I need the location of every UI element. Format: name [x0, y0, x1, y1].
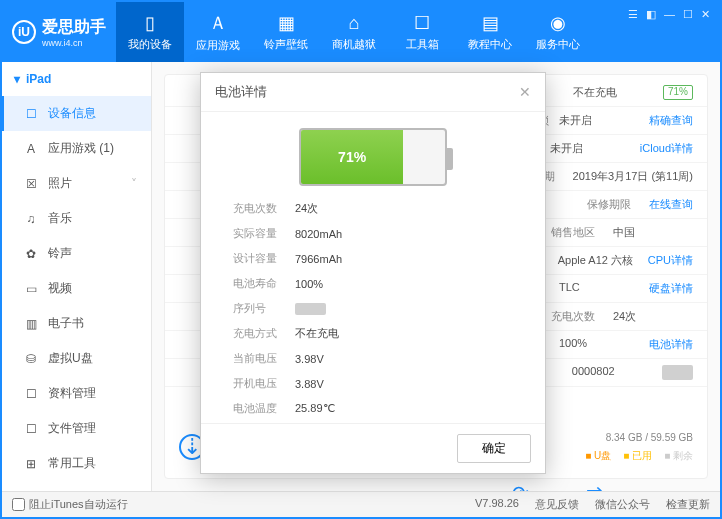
chevron-icon: ˅: [131, 177, 137, 191]
nav-ringtones[interactable]: ▦铃声壁纸: [252, 2, 320, 62]
nav-my-device[interactable]: ▯我的设备: [116, 2, 184, 62]
modal-close-button[interactable]: ✕: [519, 84, 531, 100]
table-row: 开机电压3.88V: [229, 371, 527, 396]
sidebar-item-ringtones[interactable]: ✿铃声: [2, 236, 151, 271]
table-row: 实际容量8020mAh: [229, 221, 527, 246]
table-row: 充电次数24次: [229, 196, 527, 221]
sidebar-item-files[interactable]: ☐文件管理: [2, 411, 151, 446]
link-feedback[interactable]: 意见反馈: [535, 497, 579, 512]
link-disk[interactable]: 硬盘详情: [649, 281, 693, 296]
link-wechat[interactable]: 微信公众号: [595, 497, 650, 512]
top-nav: ▯我的设备 Ａ应用游戏 ▦铃声壁纸 ⌂商机越狱 ☐工具箱 ▤教程中心 ◉服务中心: [116, 2, 628, 62]
app-logo: iU 爱思助手 www.i4.cn: [2, 17, 116, 48]
book-icon: ▥: [24, 317, 38, 331]
sidebar-item-data[interactable]: ☐资料管理: [2, 376, 151, 411]
maximize-icon[interactable]: ☐: [683, 8, 693, 21]
sidebar-item-photos[interactable]: ☒照片˅: [2, 166, 151, 201]
refresh-icon: ⟳: [512, 481, 529, 491]
app-header: iU 爱思助手 www.i4.cn ▯我的设备 Ａ应用游戏 ▦铃声壁纸 ⌂商机越…: [2, 2, 720, 62]
action-migrate[interactable]: ⇄迁移设备数据: [561, 481, 627, 491]
table-row: 序列号████: [229, 296, 527, 321]
table-row: 充电方式不在充电: [229, 321, 527, 346]
link-warranty[interactable]: 在线查询: [649, 197, 693, 212]
nav-toolbox[interactable]: ☐工具箱: [388, 2, 456, 62]
action-more[interactable]: ⋯更多功能: [649, 481, 693, 491]
logo-icon: iU: [12, 20, 36, 44]
photos-icon: ☒: [24, 177, 38, 191]
sidebar-item-music[interactable]: ♫音乐: [2, 201, 151, 236]
apps-icon: Ａ: [209, 11, 227, 35]
checkbox-input[interactable]: [12, 498, 25, 511]
minimize-icon[interactable]: —: [664, 8, 675, 21]
toolbox-icon: ☐: [414, 12, 430, 34]
redacted: ████: [662, 365, 693, 380]
table-row: 电池寿命100%: [229, 271, 527, 296]
ringtone-icon: ▦: [278, 12, 295, 34]
files-icon: ☐: [24, 422, 38, 436]
ok-button[interactable]: 确定: [457, 434, 531, 463]
table-row: 设计容量7966mAh: [229, 246, 527, 271]
sidebar-device-header[interactable]: ▾iPad: [2, 62, 151, 96]
chevron-down-icon: ▾: [14, 72, 20, 86]
sidebar-item-device-info[interactable]: ☐设备信息: [2, 96, 151, 131]
data-icon: ☐: [24, 387, 38, 401]
sidebar: ▾iPad ☐设备信息 A应用游戏 (1) ☒照片˅ ♫音乐 ✿铃声 ▭视频 ▥…: [2, 62, 152, 491]
modal-header: 电池详情 ✕: [201, 73, 545, 112]
device-icon: ▯: [145, 12, 155, 34]
link-query[interactable]: 精确查询: [649, 113, 693, 128]
nav-tutorials[interactable]: ▤教程中心: [456, 2, 524, 62]
logo-text: 爱思助手: [42, 17, 106, 38]
nav-apps[interactable]: Ａ应用游戏: [184, 2, 252, 62]
link-battery[interactable]: 电池详情: [649, 337, 693, 352]
sidebar-item-apps[interactable]: A应用游戏 (1): [2, 131, 151, 166]
logo-url: www.i4.cn: [42, 38, 106, 48]
sidebar-item-video[interactable]: ▭视频: [2, 271, 151, 306]
link-icloud[interactable]: iCloud详情: [640, 141, 693, 156]
video-icon: ▭: [24, 282, 38, 296]
battery-table: 充电次数24次实际容量8020mAh设计容量7966mAh电池寿命100%序列号…: [201, 196, 545, 423]
link-cpu[interactable]: CPU详情: [648, 253, 693, 268]
close-icon[interactable]: ✕: [701, 8, 710, 21]
block-itunes-checkbox[interactable]: 阻止iTunes自动运行: [12, 497, 128, 512]
jailbreak-icon: ⌂: [349, 13, 360, 34]
battery-details-modal: 电池详情 ✕ 71% 充电次数24次实际容量8020mAh设计容量7966mAh…: [200, 72, 546, 474]
window-controls: ☰ ◧ — ☐ ✕: [628, 2, 720, 21]
ringtone-icon: ✿: [24, 247, 38, 261]
info-icon: ☐: [24, 107, 38, 121]
link-check-update[interactable]: 检查更新: [666, 497, 710, 512]
battery-visual: 71%: [201, 112, 545, 196]
table-row: 当前电压3.98V: [229, 346, 527, 371]
more-icon: ⋯: [661, 481, 681, 491]
sidebar-item-udisk[interactable]: ⛁虚拟U盘: [2, 341, 151, 376]
apps-icon: A: [24, 142, 38, 156]
nav-jailbreak[interactable]: ⌂商机越狱: [320, 2, 388, 62]
battery-fill: 71%: [301, 130, 403, 184]
nav-service[interactable]: ◉服务中心: [524, 2, 592, 62]
table-row: 电池温度25.89℃: [229, 396, 527, 421]
action-os-update[interactable]: ⟳OS更新: [501, 481, 539, 491]
menu-icon[interactable]: ☰: [628, 8, 638, 21]
modal-title: 电池详情: [215, 83, 267, 101]
battery-badge: 71%: [663, 85, 693, 100]
sidebar-item-ebooks[interactable]: ▥电子书: [2, 306, 151, 341]
skin-icon[interactable]: ◧: [646, 8, 656, 21]
tools-icon: ⊞: [24, 457, 38, 471]
transfer-icon: ⇄: [586, 481, 603, 491]
book-icon: ▤: [482, 12, 499, 34]
disk-icon: ⛁: [24, 352, 38, 366]
service-icon: ◉: [550, 12, 566, 34]
version-text: V7.98.26: [475, 497, 519, 512]
status-bar: 阻止iTunes自动运行 V7.98.26 意见反馈 微信公众号 检查更新: [2, 491, 720, 517]
sidebar-item-tools[interactable]: ⊞常用工具: [2, 446, 151, 481]
music-icon: ♫: [24, 212, 38, 226]
